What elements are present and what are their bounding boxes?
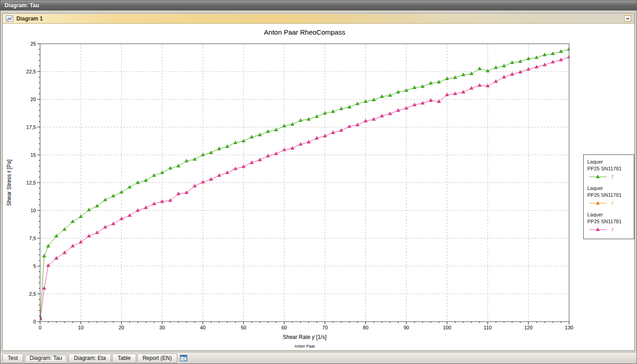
legend-entry-name: PP25 SN11781 [587, 218, 630, 225]
svg-text:130: 130 [565, 325, 573, 330]
svg-text:80: 80 [363, 325, 368, 330]
panel-title: Diagram 1 [16, 15, 43, 22]
legend-symbol-row: τ [588, 200, 630, 205]
tab-diagram-tau[interactable]: Diagram: Tau [24, 354, 67, 363]
window-icon [180, 355, 187, 361]
legend-series-symbol: τ [611, 174, 613, 179]
svg-text:7,5: 7,5 [29, 236, 36, 241]
legend-entry[interactable]: LaquerPP25 SN11781τ [587, 185, 630, 205]
y-axis-label: Shear Stress τ [Pa] [6, 159, 12, 206]
svg-text:0: 0 [39, 325, 41, 330]
collapse-button[interactable] [624, 15, 631, 21]
svg-text:17,5: 17,5 [26, 124, 36, 130]
svg-text:20: 20 [31, 97, 36, 102]
legend-entry[interactable]: LaquerPP25 SN11781τ [587, 159, 630, 179]
legend-entry[interactable]: LaquerPP25 SN11781τ [587, 211, 630, 232]
x-axis-label: Shear Rate γ̇ [1/s] [283, 334, 326, 340]
svg-text:110: 110 [484, 325, 492, 330]
legend-marker-icon [588, 200, 607, 205]
tick-labels: 010203040506070809010011012013002,557,51… [26, 41, 574, 330]
legend-series-symbol: τ [611, 226, 613, 232]
svg-text:15: 15 [31, 152, 36, 158]
legend-entry-name: Laquer [587, 211, 630, 218]
chart-title: Anton Paar RheoCompass [264, 28, 345, 36]
legend-marker-icon [588, 227, 607, 232]
chart-canvas: Anton Paar RheoCompass010203040506070809… [3, 24, 634, 350]
svg-text:60: 60 [282, 325, 287, 330]
svg-text:40: 40 [200, 325, 205, 330]
svg-text:22,5: 22,5 [26, 69, 36, 74]
gridlines [40, 44, 569, 322]
legend-marker-icon [588, 174, 607, 179]
line-chart-icon [6, 15, 13, 22]
tab-table[interactable]: Table [112, 354, 136, 363]
chart-footer: Anton Paar [294, 344, 315, 349]
legend-series-symbol: τ [611, 200, 613, 205]
window-icon-button[interactable] [179, 354, 188, 363]
tab-report-en[interactable]: Report (EN) [137, 354, 177, 363]
svg-text:70: 70 [322, 325, 328, 330]
svg-text:5: 5 [33, 263, 36, 269]
svg-text:20: 20 [118, 325, 124, 330]
axis-ticks [37, 44, 569, 324]
series-2 [569, 51, 572, 54]
collapse-icon [626, 18, 629, 20]
bottom-tab-bar: Test Diagram: Tau Diagram: Eta Table Rep… [0, 352, 637, 364]
series-3 [38, 55, 571, 320]
legend-entry-name: PP25 SN11781 [587, 165, 630, 172]
svg-text:100: 100 [443, 325, 451, 330]
panel-header[interactable]: Diagram 1 [3, 14, 634, 24]
svg-text:10: 10 [31, 208, 36, 213]
svg-text:12,5: 12,5 [26, 180, 36, 185]
legend-entry-name: Laquer [587, 159, 630, 165]
svg-text:2,5: 2,5 [29, 291, 36, 297]
svg-text:120: 120 [524, 325, 533, 330]
svg-text:30: 30 [159, 325, 165, 330]
legend-symbol-row: τ [588, 226, 630, 232]
svg-text:25: 25 [31, 41, 36, 46]
chart-area: Anton Paar RheoCompass010203040506070809… [3, 24, 634, 350]
svg-text:90: 90 [404, 325, 409, 330]
svg-text:10: 10 [78, 325, 83, 330]
legend-entry-name: Laquer [587, 185, 630, 192]
legend-entry-name: PP25 SN11781 [587, 192, 630, 199]
window-title: Diagram: Tau [5, 2, 39, 9]
svg-text:50: 50 [241, 325, 246, 330]
chart-legend: LaquerPP25 SN11781τLaquerPP25 SN11781τLa… [583, 154, 634, 239]
diagram-panel: Diagram 1 Anton Paar RheoCompass01020304… [2, 13, 635, 351]
tab-test[interactable]: Test [2, 354, 23, 363]
plot-border [40, 44, 569, 322]
app-window: Diagram: Tau Diagram 1 Anton Paar RheoCo… [0, 0, 637, 364]
legend-symbol-row: τ [588, 174, 630, 179]
tab-diagram-eta[interactable]: Diagram: Eta [68, 354, 111, 363]
svg-text:0: 0 [33, 319, 36, 324]
window-titlebar[interactable]: Diagram: Tau [0, 0, 637, 10]
